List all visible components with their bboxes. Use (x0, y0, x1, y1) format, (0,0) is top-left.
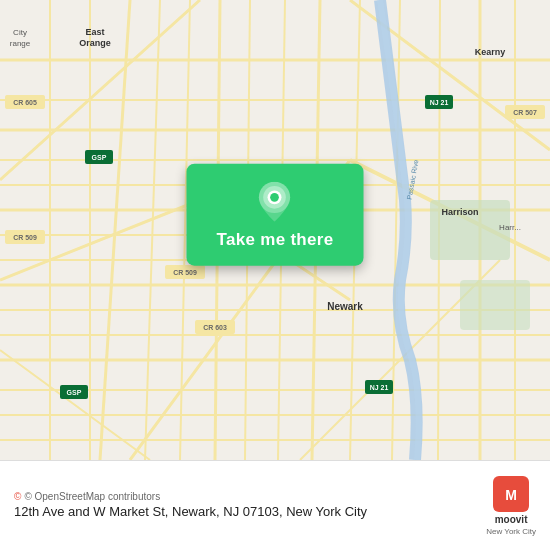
svg-text:Kearny: Kearny (475, 47, 506, 57)
copyright-label: © OpenStreetMap contributors (24, 491, 160, 502)
moovit-logo: M moovit New York City (486, 476, 536, 536)
svg-text:GSP: GSP (67, 389, 82, 396)
svg-text:range: range (10, 39, 31, 48)
svg-text:Newark: Newark (327, 301, 363, 312)
moovit-icon: M (493, 476, 529, 512)
svg-text:Harrison: Harrison (441, 207, 478, 217)
svg-text:CR 605: CR 605 (13, 99, 37, 106)
svg-text:CR 603: CR 603 (203, 324, 227, 331)
svg-text:NJ 21: NJ 21 (370, 384, 389, 391)
take-me-there-card[interactable]: Take me there (187, 164, 364, 266)
svg-text:CR 509: CR 509 (173, 269, 197, 276)
moovit-subtext: New York City (486, 527, 536, 536)
svg-text:Orange: Orange (79, 38, 111, 48)
svg-rect-39 (460, 280, 530, 330)
take-me-there-label: Take me there (217, 230, 334, 250)
copyright-symbol: © (14, 491, 21, 502)
svg-text:East: East (85, 27, 104, 37)
svg-text:M: M (505, 487, 517, 503)
bottom-info: © © OpenStreetMap contributors 12th Ave … (14, 491, 367, 521)
svg-point-70 (271, 193, 280, 202)
address-text: 12th Ave and W Market St, Newark, NJ 071… (14, 504, 367, 521)
moovit-text: moovit (495, 514, 528, 525)
svg-text:Harr...: Harr... (499, 223, 521, 232)
location-pin-icon (255, 182, 295, 222)
copyright-text: © © OpenStreetMap contributors (14, 491, 367, 502)
svg-text:GSP: GSP (92, 154, 107, 161)
svg-text:CR 507: CR 507 (513, 109, 537, 116)
map-container: CR 605 GSP CR 509 CR 509 CR 603 GSP NJ 2… (0, 0, 550, 460)
svg-text:NJ 21: NJ 21 (430, 99, 449, 106)
svg-text:CR 509: CR 509 (13, 234, 37, 241)
bottom-bar: © © OpenStreetMap contributors 12th Ave … (0, 460, 550, 550)
svg-text:City: City (13, 28, 27, 37)
